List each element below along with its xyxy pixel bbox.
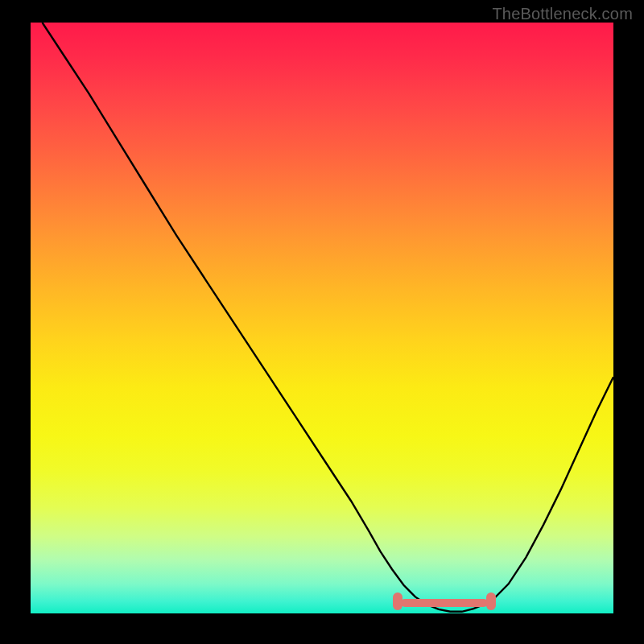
watermark-text: TheBottleneck.com	[492, 5, 633, 23]
highlight-marker-strip	[401, 599, 488, 607]
chart-plot-area	[31, 23, 613, 613]
bottleneck-curve	[31, 23, 613, 613]
highlight-marker-right	[486, 592, 496, 610]
